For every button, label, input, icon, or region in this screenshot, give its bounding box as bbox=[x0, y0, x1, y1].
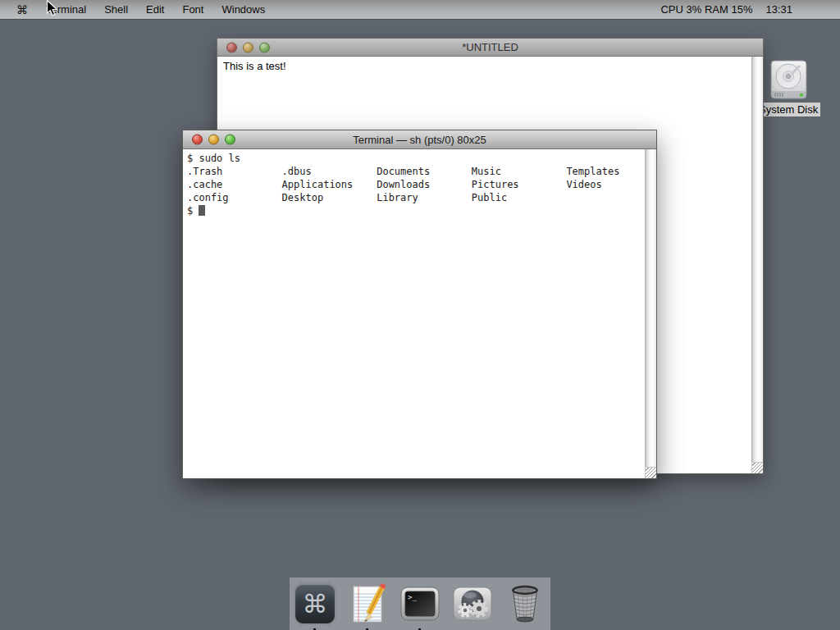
menu-item-font[interactable]: Font bbox=[182, 3, 203, 16]
editor-window-controls bbox=[226, 42, 270, 52]
terminal-line: .config Desktop Library Public bbox=[187, 191, 645, 204]
terminal-window-controls bbox=[192, 135, 235, 145]
terminal-resize-grip[interactable] bbox=[645, 467, 656, 478]
command-icon: ⌘ bbox=[294, 582, 336, 625]
terminal-icon: >_ bbox=[399, 582, 441, 625]
terminal-window: Terminal — sh (pts/0) 80x25 $ sudo ls .T… bbox=[182, 130, 657, 479]
terminal-titlebar[interactable]: Terminal — sh (pts/0) 80x25 bbox=[183, 130, 656, 149]
terminal-output-area[interactable]: $ sudo ls .Trash .dbus Documents Music T… bbox=[183, 149, 645, 478]
hard-disk-icon bbox=[769, 59, 809, 102]
terminal-line: .Trash .dbus Documents Music Templates bbox=[187, 165, 645, 178]
menu-item-terminal[interactable]: Terminal bbox=[46, 3, 86, 16]
dock: ⌘ bbox=[290, 578, 550, 630]
terminal-zoom-button[interactable] bbox=[225, 135, 235, 145]
menu-bar: ⌘ Terminal Shell Edit Font Windows CPU 3… bbox=[0, 0, 840, 20]
desktop: ⌘ Terminal Shell Edit Font Windows CPU 3… bbox=[0, 0, 840, 630]
dock-item-notepad[interactable] bbox=[346, 582, 389, 625]
menu-bar-right: CPU 3% RAM 15% 13:31 bbox=[660, 3, 840, 16]
menu-item-edit[interactable]: Edit bbox=[146, 3, 164, 16]
terminal-title: Terminal — sh (pts/0) 80x25 bbox=[353, 134, 486, 146]
terminal-prompt: $ bbox=[187, 205, 199, 217]
editor-text: This is a test! bbox=[223, 60, 286, 72]
dock-item-gears[interactable] bbox=[451, 582, 494, 625]
gears-globe-icon bbox=[451, 582, 494, 625]
menu-item-windows[interactable]: Windows bbox=[221, 3, 265, 16]
editor-zoom-button[interactable] bbox=[259, 42, 270, 52]
editor-minimize-button[interactable] bbox=[243, 42, 253, 52]
terminal-line: $ sudo ls bbox=[187, 152, 645, 165]
dock-item-terminal[interactable]: >_ bbox=[399, 582, 441, 625]
terminal-close-button[interactable] bbox=[192, 135, 203, 145]
dock-item-trash[interactable] bbox=[504, 582, 546, 625]
terminal-icon-glyph: >_ bbox=[408, 593, 417, 601]
editor-title: *UNTITLED bbox=[462, 41, 518, 53]
menu-bar-left: ⌘ Terminal Shell Edit Font Windows bbox=[0, 3, 265, 16]
dock-item-command[interactable]: ⌘ bbox=[294, 582, 336, 625]
command-glyph: ⌘ bbox=[303, 591, 328, 617]
system-disk-label: System Disk bbox=[756, 103, 820, 116]
terminal-scrollbar[interactable] bbox=[645, 149, 656, 467]
clock: 13:31 bbox=[765, 3, 792, 16]
editor-resize-grip[interactable] bbox=[751, 462, 763, 473]
command-menu-icon[interactable]: ⌘ bbox=[16, 3, 28, 16]
editor-scrollbar[interactable] bbox=[751, 57, 763, 462]
terminal-minimize-button[interactable] bbox=[208, 135, 219, 145]
terminal-block-cursor bbox=[199, 205, 205, 216]
notepad-icon bbox=[346, 582, 389, 625]
trash-icon bbox=[504, 582, 546, 625]
editor-close-button[interactable] bbox=[226, 42, 237, 52]
terminal-prompt-line: $ bbox=[187, 204, 645, 217]
menu-item-shell[interactable]: Shell bbox=[104, 3, 128, 16]
terminal-line: .cache Applications Downloads Pictures V… bbox=[187, 178, 645, 191]
editor-titlebar[interactable]: *UNTITLED bbox=[217, 39, 763, 57]
cpu-ram-status: CPU 3% RAM 15% bbox=[660, 3, 752, 16]
